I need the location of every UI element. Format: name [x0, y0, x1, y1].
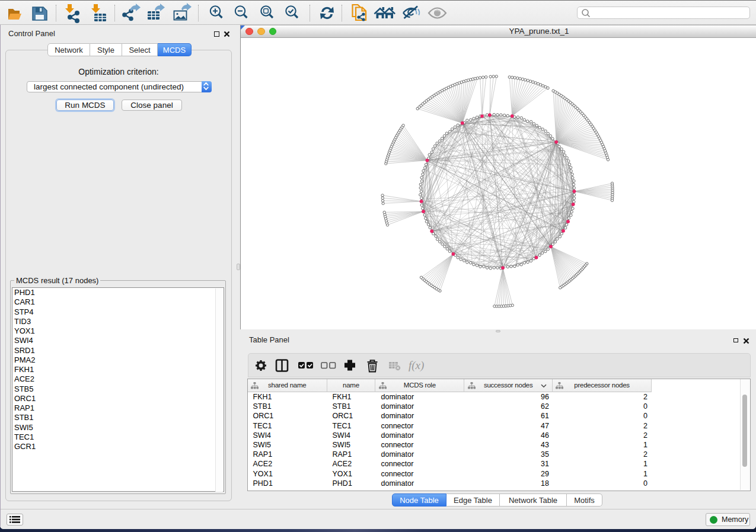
svg-text:f(x): f(x): [409, 359, 424, 372]
